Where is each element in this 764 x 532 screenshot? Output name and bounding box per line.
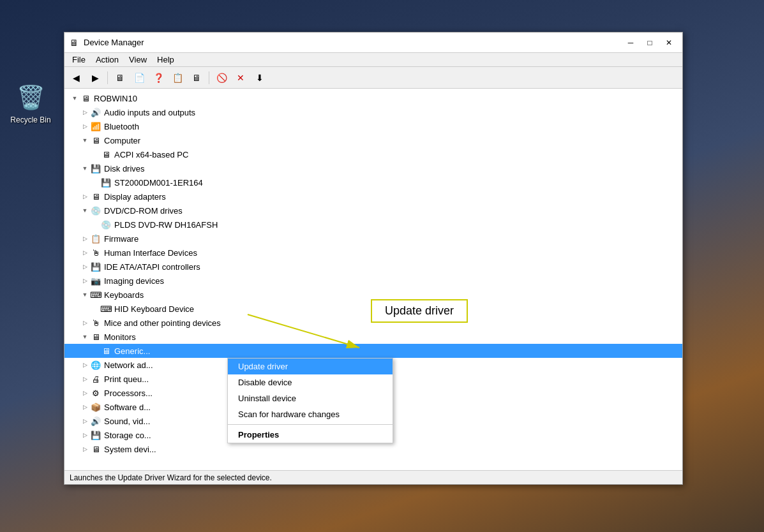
tree-item[interactable]: ▷💾IDE ATA/ATAPI controllers [64,260,682,274]
expand-icon[interactable]: ▼ [70,93,80,103]
tree-item[interactable]: 🖥ACPI x64-based PC [64,147,682,161]
toolbar-btn-2[interactable]: 📄 [130,70,148,86]
device-icon: 🖥 [90,443,101,455]
recycle-bin-desktop-icon[interactable]: 🗑️ Recycle Bin [5,80,56,127]
expand-icon[interactable]: ▼ [80,332,90,342]
expand-icon [90,219,100,230]
device-label: Monitors [104,332,136,342]
expand-icon[interactable]: ▷ [80,374,90,384]
tree-item[interactable]: 💾ST2000DM001-1ER164 [64,175,682,189]
context-menu-item[interactable]: Properties [228,427,393,443]
context-menu-item[interactable]: Uninstall device [228,390,393,406]
menu-view[interactable]: View [124,54,152,66]
device-icon: 🖱 [90,317,101,329]
device-icon: 📷 [90,275,101,286]
context-menu-item[interactable]: Update driver [228,358,393,374]
device-label: Computer [104,136,140,145]
toolbar-btn-uninstall[interactable]: ✕ [232,70,250,86]
device-icon: 💿 [90,205,101,216]
back-button[interactable]: ◀ [67,70,85,86]
tree-item[interactable]: 💿PLDS DVD-RW DH16AFSH [64,218,682,232]
minimize-button[interactable]: ─ [622,34,639,51]
device-icon: ⌨ [90,289,101,300]
tree-item[interactable]: ▷🔊Audio inputs and outputs [64,105,682,119]
forward-button[interactable]: ▶ [86,70,104,86]
menu-action[interactable]: Action [91,54,124,66]
device-label: PLDS DVD-RW DH16AFSH [114,220,218,230]
title-bar: 🖥 Device Manager ─ □ ✕ [64,33,682,53]
expand-icon [90,346,100,356]
expand-icon[interactable]: ▷ [80,402,90,412]
toolbar-separator-1 [107,71,108,84]
expand-icon[interactable]: ▼ [80,135,90,145]
menu-file[interactable]: File [67,54,91,66]
device-label: Print queu... [104,374,149,384]
context-menu-item[interactable]: Disable device [228,374,393,390]
expand-icon[interactable]: ▷ [80,233,90,244]
tree-item[interactable]: ▷📋Firmware [64,232,682,246]
device-label: Imaging devices [104,276,164,286]
toolbar-btn-scan[interactable]: ⬇ [251,70,269,86]
toolbar-btn-1[interactable]: 🖥 [111,70,129,86]
toolbar: ◀ ▶ 🖥 📄 ❓ 📋 🖥 🚫 ✕ ⬇ [64,67,682,89]
device-label: Firmware [104,234,139,244]
expand-icon[interactable]: ▷ [80,430,90,440]
device-label: Storage co... [104,431,151,440]
close-button[interactable]: ✕ [661,34,677,51]
expand-icon[interactable]: ▷ [80,191,90,202]
expand-icon[interactable]: ▷ [80,107,90,117]
recycle-bin-label: Recycle Bin [10,115,50,124]
expand-icon[interactable]: ▼ [80,163,90,174]
expand-icon[interactable]: ▷ [80,416,90,426]
device-icon: 🖥 [90,191,101,202]
callout-label: Update driver [385,304,454,317]
context-menu-item[interactable]: Scan for hardware changes [228,406,393,422]
tree-item[interactable]: ▼🖥Computer [64,133,682,147]
status-bar: Launches the Update Driver Wizard for th… [64,470,682,484]
device-label: System devi... [104,445,156,454]
expand-icon[interactable]: ▷ [80,444,90,454]
tree-item[interactable]: ▷🖱Human Interface Devices [64,246,682,260]
toolbar-btn-3[interactable]: ❓ [149,70,167,86]
device-icon: ⚙ [90,387,101,399]
expand-icon[interactable]: ▷ [80,276,90,286]
recycle-bin-icon: 🗑️ [15,82,46,113]
device-label: ST2000DM001-1ER164 [114,178,203,188]
expand-icon[interactable]: ▷ [80,262,90,272]
expand-icon[interactable]: ▷ [80,360,90,370]
device-label: IDE ATA/ATAPI controllers [104,262,200,272]
maximize-button[interactable]: □ [641,34,658,51]
expand-icon[interactable]: ▼ [80,290,90,300]
device-label: Sound, vid... [104,417,150,426]
tree-item[interactable]: ▷🖥System devi... [64,442,682,456]
expand-icon[interactable]: ▼ [80,205,90,216]
device-icon: 💾 [90,261,101,272]
device-manager-window: 🖥 Device Manager ─ □ ✕ File Action View … [64,32,683,485]
expand-icon[interactable]: ▷ [80,248,90,258]
menu-help[interactable]: Help [152,54,179,66]
expand-icon[interactable]: ▷ [80,388,90,398]
device-label: Disk drives [104,164,145,174]
device-icon: 💿 [100,219,112,230]
callout-box: Update driver [371,299,468,323]
tree-item[interactable]: ▷📷Imaging devices [64,274,682,288]
device-icon: 🖥 [90,331,101,343]
device-label: Generic... [114,346,150,356]
expand-icon[interactable]: ▷ [80,318,90,328]
tree-item[interactable]: ▼💾Disk drives [64,161,682,175]
tree-item[interactable]: ▼🖥ROBWIN10 [64,91,682,105]
expand-icon [90,149,100,159]
callout-arrow [248,309,375,360]
toolbar-btn-5[interactable]: 🖥 [188,70,206,86]
tree-item[interactable]: ▷📶Bluetooth [64,119,682,133]
toolbar-btn-4[interactable]: 📋 [169,70,186,86]
toolbar-btn-disable[interactable]: 🚫 [213,70,230,86]
device-label: ROBWIN10 [94,94,137,103]
expand-icon[interactable]: ▷ [80,121,90,131]
device-icon: 🔊 [90,415,101,427]
title-bar-controls: ─ □ ✕ [622,34,677,51]
tree-item[interactable]: ▷🖥Display adapters [64,189,682,203]
device-label: Audio inputs and outputs [104,108,195,117]
device-label: HID Keyboard Device [114,304,194,314]
tree-item[interactable]: ▼💿DVD/CD-ROM drives [64,203,682,218]
